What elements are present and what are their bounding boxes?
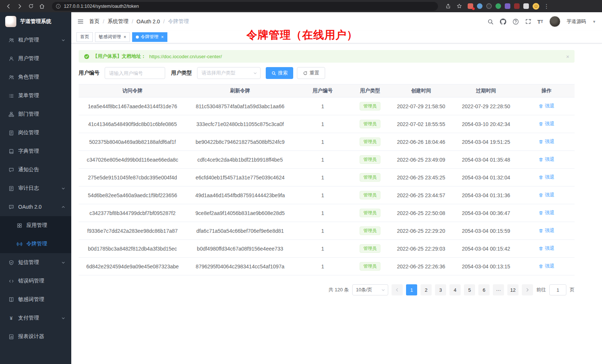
prev-page-button[interactable] [392,284,403,295]
sidebar-item-user[interactable]: 用户管理 [0,49,71,68]
close-icon[interactable]: × [124,35,126,39]
user-type-badge: 管理员 [360,191,380,200]
extension-icon-4[interactable] [495,3,501,9]
force-logout-label: 强退 [545,138,554,145]
page-size-select[interactable]: 10条/页 [352,284,388,295]
cell-create-time: 2022-06-25 22:50:08 [389,204,454,222]
home-icon[interactable] [38,2,46,10]
sidebar-item-oauth[interactable]: OAuth 2.0 [0,198,71,216]
extension-icon-2[interactable] [477,3,482,9]
doc-link[interactable]: https://doc.iocoder.cn/user-center/ [149,54,222,59]
force-logout-button[interactable]: 强退 [539,209,554,216]
search-button[interactable]: 搜索 [266,67,293,79]
force-logout-button[interactable]: 强退 [539,120,554,127]
extension-icon-6[interactable] [514,3,520,9]
page-button-12[interactable]: 12 [507,284,518,295]
reset-button[interactable]: 重置 [297,67,325,79]
browser-menu-icon[interactable]: ⋮ [542,3,551,10]
chevron-down-icon [381,288,385,292]
sidebar-item-sensitive[interactable]: 敏感词管理 [0,290,71,309]
column-header-user-type: 用户类型 [351,85,389,97]
sidebar-panel-icon[interactable] [523,3,529,9]
close-icon[interactable]: × [566,53,569,60]
sidebar-item-role[interactable]: 角色管理 [0,68,71,86]
close-icon[interactable]: × [161,35,164,39]
bookmark-star-icon[interactable] [455,2,463,10]
force-logout-button[interactable]: 强退 [539,263,554,269]
help-icon[interactable] [513,19,519,25]
force-logout-button[interactable]: 强退 [539,156,554,163]
font-size-icon[interactable]: TT [537,19,543,25]
tab-home[interactable]: 首页 [76,32,93,42]
cell-user-type: 管理员 [351,133,389,151]
tab-sensitive[interactable]: 敏感词管理× [95,32,130,42]
sidebar-item-app[interactable]: 应用管理 [0,216,71,235]
extension-badge [472,7,475,10]
share-icon[interactable] [444,2,452,10]
breadcrumb-item-0[interactable]: 首页 [89,18,99,25]
app-logo[interactable]: 芋道管理系统 [0,12,71,31]
chevron-down-icon[interactable]: ▼ [592,20,596,24]
breadcrumb-item-1[interactable]: 系统管理 [108,18,128,25]
force-logout-button[interactable]: 强退 [539,138,554,145]
user-type-select[interactable]: 请选择用户类型 [197,67,261,79]
extension-icon-5[interactable] [505,3,510,9]
page-unit-label: 页 [570,287,575,293]
cell-user-id: 1 [294,222,351,240]
cell-access-token: 6d842e2924594de9a09e45e087323abe [79,258,186,275]
page-button-5[interactable]: 5 [464,284,475,295]
sidebar-item-token[interactable]: 令牌管理 [0,235,71,253]
extension-icon-3[interactable] [486,3,492,9]
force-logout-button[interactable]: 强退 [539,227,554,234]
page-button-1[interactable]: 1 [406,284,417,295]
url-bar[interactable]: 127.0.0.1:1024/system/oauth2/token [52,2,438,11]
page-button-4[interactable]: 4 [449,284,461,295]
sidebar-item-label: 敏感词管理 [18,296,68,303]
sidebar-item-tenant[interactable]: 租户管理 [0,31,71,49]
table-row: 41c41346a548490f9dc8b01c6bfe0865333ecfc7… [79,115,575,133]
sidebar-item-sms[interactable]: 短信管理 [0,253,71,272]
sidebar-item-notice[interactable]: 通知公告 [0,161,71,179]
sidebar-item-report[interactable]: 报表设计器 [0,327,71,346]
breadcrumb-item-2[interactable]: OAuth 2.0 [137,19,160,24]
sidebar-item-dict[interactable]: 字典管理 [0,142,71,161]
sidebar-item-menu[interactable]: 菜单管理 [0,86,71,105]
sidebar-item-pay[interactable]: ¥支付管理 [0,309,71,327]
cell-user-type: 管理员 [351,115,389,133]
page-button-6[interactable]: 6 [478,284,490,295]
forward-icon[interactable] [16,2,24,10]
alert-text: 【用户体系】文档地址： [93,53,146,60]
user-avatar[interactable] [549,16,560,27]
table-row: c347026e805e4d99b0d116eae66eda8ccdfc4ce9… [79,151,575,169]
tab-token[interactable]: 令牌管理× [132,32,167,42]
search-icon[interactable] [487,19,494,25]
force-logout-button[interactable]: 强退 [539,174,554,181]
cell-expire-time: 2054-03-04 01:31:36 [454,186,518,204]
sidebar-item-errorcode[interactable]: 错误码管理 [0,272,71,290]
user-id-input[interactable] [105,67,165,79]
fullscreen-icon[interactable] [525,19,531,24]
force-logout-button[interactable]: 强退 [539,192,554,198]
next-page-button[interactable] [522,284,533,295]
page-button-3[interactable]: 3 [435,284,446,295]
cell-expire-time: 2022-07-29 22:28:50 [454,97,518,115]
force-logout-button[interactable]: 强退 [539,103,554,109]
extension-icon-1[interactable] [468,3,473,9]
sidebar-item-audit[interactable]: 审计日志 [0,179,71,198]
page-more-button[interactable]: ··· [493,284,504,295]
back-icon[interactable] [4,2,13,10]
sidebar-item-post[interactable]: 岗位管理 [0,123,71,142]
goto-page-input[interactable] [549,284,566,295]
force-logout-button[interactable]: 强退 [539,245,554,252]
site-info-icon[interactable] [56,4,61,9]
github-icon[interactable] [500,19,506,25]
sidebar-item-dept[interactable]: 部门管理 [0,105,71,123]
tab-label: 令牌管理 [141,34,158,40]
cell-user-id: 1 [294,115,351,133]
profile-avatar-icon[interactable]: ☺ [533,3,539,10]
username[interactable]: 芋道源码 [567,18,586,25]
collapse-sidebar-icon[interactable] [77,18,84,25]
reload-icon[interactable] [27,2,35,10]
page-button-2[interactable]: 2 [421,284,432,295]
column-header-expire-time: 过期时间 [454,85,518,97]
